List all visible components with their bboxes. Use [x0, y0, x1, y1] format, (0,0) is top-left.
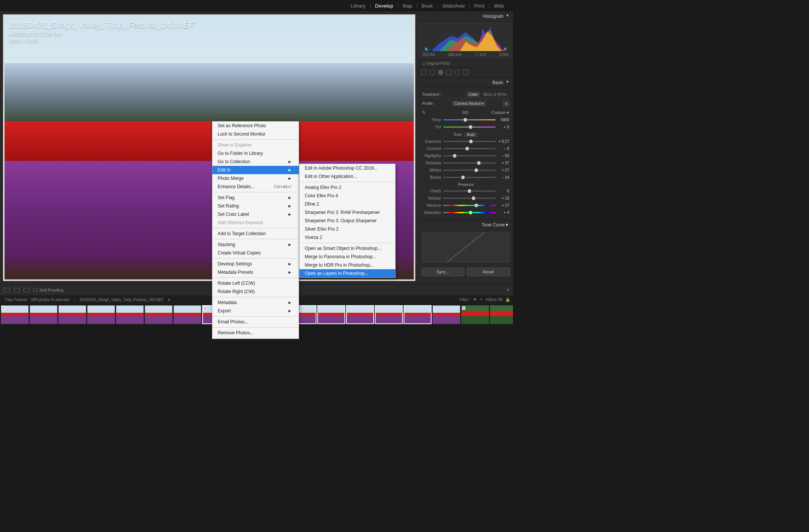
- menu-item[interactable]: Viveza 2: [299, 233, 395, 242]
- module-map[interactable]: Map: [398, 3, 417, 9]
- contrast-slider[interactable]: [443, 148, 496, 149]
- highlights-slider[interactable]: [443, 155, 496, 156]
- menu-item[interactable]: Sharpener Pro 3: RAW Presharpener: [299, 208, 395, 217]
- brush-tool-icon[interactable]: [463, 70, 468, 75]
- menu-item[interactable]: Merge to Panorama in Photoshop...: [299, 253, 395, 261]
- histogram-panel[interactable]: ISO 64 160 mm ƒ / 8.0 1/160: [418, 22, 513, 59]
- clarity-value[interactable]: 0: [498, 189, 509, 193]
- whites-slider[interactable]: [443, 170, 496, 171]
- menu-item[interactable]: Lock to Second Monitor: [212, 130, 299, 138]
- exposure-slider[interactable]: [443, 141, 496, 142]
- original-photo-row[interactable]: ◻ Original Photo: [418, 59, 513, 67]
- menu-item[interactable]: Photo Merge▶: [212, 174, 299, 183]
- menu-item[interactable]: Sharpener Pro 3: Output Sharpener: [299, 217, 395, 225]
- menu-item[interactable]: Open as Smart Object in Photoshop...: [299, 244, 395, 253]
- radial-tool-icon[interactable]: [455, 70, 460, 75]
- tone-curve-header[interactable]: Tone Curve▼: [418, 220, 513, 230]
- filmstrip-thumb[interactable]: [58, 305, 86, 324]
- menu-item[interactable]: Edit in Adobe Photoshop CC 2019...: [299, 164, 395, 172]
- contrast-value[interactable]: – 8: [498, 147, 509, 151]
- menu-item[interactable]: Enhance Details...Ctrl+Alt+I: [212, 183, 299, 191]
- exposure-value[interactable]: + 0.27: [498, 139, 509, 144]
- crop-tool-icon[interactable]: [421, 70, 427, 75]
- module-develop[interactable]: Develop: [371, 3, 398, 9]
- filters-off[interactable]: Filters Off: [486, 298, 502, 302]
- filmstrip-thumb[interactable]: [404, 305, 432, 324]
- menu-item[interactable]: Go to Collection▶: [212, 158, 299, 166]
- saturation-value[interactable]: + 4: [498, 211, 509, 215]
- profile-browser-icon[interactable]: ⊞: [503, 101, 509, 106]
- menu-item[interactable]: Email Photos...: [212, 318, 299, 326]
- treatment-color[interactable]: Color: [466, 92, 480, 97]
- menu-item[interactable]: Open as Layers in Photoshop...: [299, 269, 395, 278]
- saturation-slider[interactable]: [443, 212, 496, 213]
- vibrance-value[interactable]: + 27: [498, 203, 509, 207]
- crumb-dropdown-icon[interactable]: ▾: [167, 298, 171, 302]
- menu-item[interactable]: Develop Settings▶: [212, 260, 299, 268]
- temp-slider[interactable]: [443, 119, 496, 120]
- menu-item[interactable]: Remove Photos...: [212, 329, 299, 337]
- module-library[interactable]: Library: [346, 3, 371, 9]
- vibrance-slider[interactable]: [443, 205, 496, 206]
- menu-item[interactable]: Set Color Label▶: [212, 210, 299, 218]
- menu-item[interactable]: Metadata▶: [212, 298, 299, 307]
- shadows-value[interactable]: + 37: [498, 161, 509, 165]
- filmstrip-thumb[interactable]: [30, 305, 58, 324]
- profile-dropdown[interactable]: Camera Neutral ▾: [452, 101, 486, 106]
- temp-value[interactable]: 5800: [498, 118, 509, 122]
- menu-item[interactable]: Silver Efex Pro 2: [299, 225, 395, 233]
- before-after-icon[interactable]: [14, 288, 20, 292]
- menu-item[interactable]: Set as Reference Photo: [212, 122, 299, 130]
- filmstrip-thumb[interactable]: [145, 305, 173, 324]
- tint-slider[interactable]: [443, 126, 496, 128]
- filmstrip-thumb[interactable]: 6: [1, 305, 29, 324]
- filmstrip-thumb[interactable]: [116, 305, 144, 324]
- filmstrip-thumb[interactable]: [87, 305, 115, 324]
- highlights-value[interactable]: – 55: [498, 154, 509, 158]
- filter-flag-icon[interactable]: ⚑: [480, 298, 483, 302]
- filmstrip-thumb[interactable]: [317, 305, 345, 324]
- crumb-filename[interactable]: 20180426_Skagit_Valley_Tulip_Festival_14…: [78, 298, 165, 302]
- redeye-tool-icon[interactable]: [438, 70, 443, 75]
- tone-curve-graph[interactable]: [422, 232, 509, 262]
- blacks-slider[interactable]: [443, 177, 496, 178]
- whites-value[interactable]: + 27: [498, 168, 509, 172]
- loupe-view-icon[interactable]: [4, 288, 10, 292]
- module-book[interactable]: Book: [417, 3, 438, 9]
- menu-item[interactable]: Metadata Presets▶: [212, 268, 299, 276]
- blacks-value[interactable]: – 24: [498, 175, 509, 179]
- menu-item[interactable]: Create Virtual Copies: [212, 249, 299, 257]
- menu-item[interactable]: Rotate Left (CCW): [212, 279, 299, 287]
- clarity-slider[interactable]: [443, 190, 496, 192]
- grad-tool-icon[interactable]: [446, 70, 452, 75]
- wb-dropdown[interactable]: Custom ▾: [491, 110, 509, 115]
- menu-item[interactable]: Go to Folder in Library: [212, 149, 299, 158]
- filmstrip-thumb[interactable]: [346, 305, 374, 324]
- module-slideshow[interactable]: Slideshow: [438, 3, 470, 9]
- menu-item[interactable]: Color Efex Pro 4: [299, 192, 395, 200]
- eyedropper-icon[interactable]: ✎: [422, 110, 441, 115]
- menu-item[interactable]: Merge to HDR Pro in Photoshop...: [299, 261, 395, 269]
- menu-item[interactable]: Analog Efex Pro 2: [299, 183, 395, 192]
- menu-item[interactable]: Set Flag▶: [212, 193, 299, 202]
- dehaze-slider[interactable]: [443, 198, 496, 199]
- menu-item[interactable]: Export▶: [212, 307, 299, 315]
- shadows-slider[interactable]: [443, 162, 496, 164]
- auto-button[interactable]: Auto: [464, 132, 478, 137]
- menu-item[interactable]: Dfine 2: [299, 200, 395, 208]
- menu-item[interactable]: Stacking▶: [212, 240, 299, 249]
- reset-button[interactable]: Reset: [467, 268, 510, 276]
- toolbar-dropdown-icon[interactable]: ▾: [507, 287, 509, 292]
- module-print[interactable]: Print: [470, 3, 489, 9]
- filmstrip-thumb[interactable]: [432, 305, 460, 324]
- menu-item[interactable]: Edit in Other Application...: [299, 172, 395, 181]
- menu-item[interactable]: Add to Target Collection: [212, 229, 299, 238]
- crumb-folder[interactable]: Tulip Festival: [3, 298, 28, 302]
- module-web[interactable]: Web: [489, 3, 509, 9]
- filter-flag-icon[interactable]: ⚑: [473, 298, 477, 302]
- tint-value[interactable]: + 9: [498, 125, 509, 129]
- menu-item[interactable]: Edit In▶: [212, 166, 299, 174]
- dehaze-value[interactable]: + 16: [498, 196, 509, 200]
- filmstrip-thumb[interactable]: 9: [461, 305, 489, 324]
- histogram-header[interactable]: Histogram▼: [418, 11, 513, 22]
